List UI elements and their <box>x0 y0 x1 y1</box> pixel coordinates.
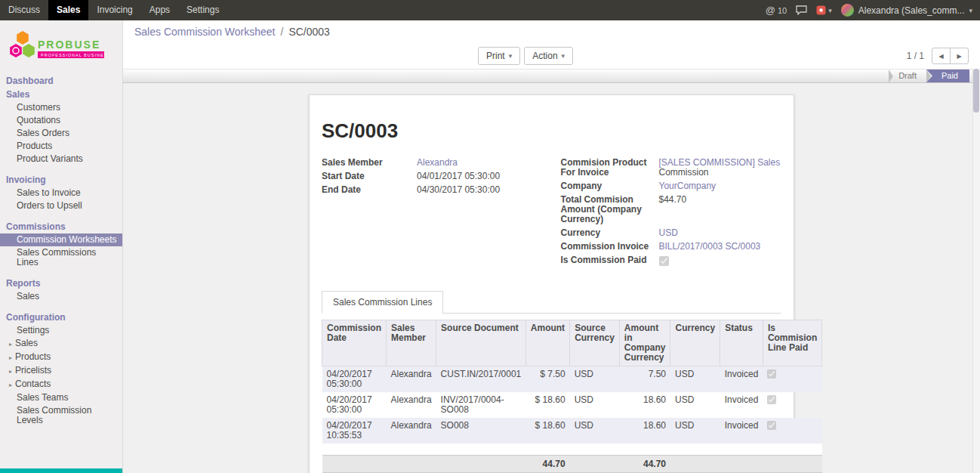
sidebar-item-sales-commission-levels[interactable]: Sales Commission Levels <box>0 404 122 427</box>
commission-product-value: [SALES COMMISSION] Sales Commission <box>659 158 782 178</box>
company-amount-total: 44.70 <box>619 455 670 472</box>
vertical-scrollbar[interactable] <box>972 69 980 473</box>
commission-invoice-label: Commission Invoice <box>561 242 653 252</box>
cell-status: Invoiced <box>720 366 763 393</box>
action-button[interactable]: Action ▾ <box>524 47 573 65</box>
totals-empty-cell <box>436 455 526 472</box>
sidebar-heading-dashboard[interactable]: Dashboard <box>0 74 122 88</box>
cell-company-amount: 18.60 <box>619 392 670 418</box>
menu-apps[interactable]: Apps <box>141 0 178 20</box>
is-commission-paid-checkbox[interactable] <box>659 256 669 266</box>
table-row[interactable]: 04/20/2017 05:30:00 Alexandra INV/2017/0… <box>322 392 822 418</box>
sidebar-heading-reports[interactable]: Reports <box>0 277 122 290</box>
company-link[interactable]: YourCompany <box>659 181 717 191</box>
col-header-source-document[interactable]: Source Document <box>436 320 526 366</box>
expand-icon: ▸ <box>9 354 12 361</box>
cell-line-paid <box>763 418 821 444</box>
caret-down-icon: ▾ <box>969 7 972 14</box>
table-row[interactable]: 04/20/2017 10:35:53 Alexandra SO008 $ 18… <box>322 418 822 444</box>
col-header-source-currency[interactable]: Source Currency <box>570 320 620 366</box>
sidebar-heading-commissions[interactable]: Commissions <box>0 220 122 233</box>
sidebar-item-settings[interactable]: Settings <box>0 324 122 337</box>
total-commission-value: $44.70 <box>659 195 782 205</box>
sidebar-heading-sales[interactable]: Sales <box>0 88 122 101</box>
menu-settings[interactable]: Settings <box>178 0 227 20</box>
sidebar-item-sales-teams[interactable]: Sales Teams <box>0 391 122 404</box>
col-header-amount[interactable]: Amount <box>525 320 569 366</box>
start-date-label: Start Date <box>322 172 411 181</box>
sidebar-heading-invoicing[interactable]: Invoicing <box>0 173 122 187</box>
commission-lines-table: Commission Date Sales Member Source Docu… <box>322 320 822 473</box>
cell-commission-date: 04/20/2017 10:35:53 <box>322 418 387 444</box>
status-paid[interactable]: Paid <box>926 70 969 82</box>
menu-sales[interactable]: Sales <box>48 0 88 20</box>
table-row[interactable]: 04/20/2017 05:30:00 Alexandra CUST.IN/20… <box>322 366 822 393</box>
mentions-button[interactable]: @ 10 <box>766 5 787 16</box>
next-page-button[interactable]: ▶ <box>950 48 969 64</box>
sidebar-item-orders-to-upsell[interactable]: Orders to Upsell <box>0 199 122 212</box>
previous-page-button[interactable]: ◀ <box>932 48 951 64</box>
sidebar-item-sales-orders[interactable]: Sales Orders <box>0 127 122 140</box>
sidebar-item-pricelists[interactable]: ▸Pricelists <box>0 364 122 378</box>
sales-member-link[interactable]: Alexandra <box>417 157 458 168</box>
is-commission-paid-label: Is Commission Paid <box>561 255 653 265</box>
commission-product-link[interactable]: [SALES COMMISSION] Sales <box>659 157 781 168</box>
cell-amount: $ 18.60 <box>525 392 569 418</box>
col-header-commission-date[interactable]: Commission Date <box>322 320 387 366</box>
probuse-logo[interactable]: PROBUSE PROFESSIONAL BUSINESS <box>0 20 122 70</box>
totals-row: 44.70 44.70 <box>322 455 822 472</box>
sidebar-item-products[interactable]: Products <box>0 140 122 153</box>
breadcrumb-parent-link[interactable]: Sales Commission Worksheet <box>134 26 275 38</box>
sidebar-item-reports-sales[interactable]: Sales <box>0 290 122 303</box>
cell-status: Invoiced <box>720 392 763 418</box>
sidebar-item-sales-to-invoice[interactable]: Sales to Invoice <box>0 187 122 199</box>
totals-empty-cell <box>570 455 620 472</box>
line-paid-checkbox[interactable] <box>767 421 776 430</box>
sidebar-item-commission-worksheets[interactable]: Commission Worksheets <box>0 233 122 246</box>
field-groups: Sales Member Alexandra Start Date 04/01/… <box>322 158 781 268</box>
print-button[interactable]: Print ▾ <box>478 47 520 65</box>
col-header-amount-company-currency[interactable]: Amount in Company Currency <box>619 320 670 366</box>
menu-discuss[interactable]: Discuss <box>0 0 48 20</box>
totals-empty-cell <box>670 455 720 472</box>
sidebar-item-contacts[interactable]: ▸Contacts <box>0 378 122 391</box>
currency-label: Currency <box>561 228 653 238</box>
col-header-currency[interactable]: Currency <box>670 320 720 366</box>
messages-button[interactable] <box>796 5 807 15</box>
pager-buttons: ◀ ▶ <box>932 48 969 64</box>
sales-member-label: Sales Member <box>322 158 411 168</box>
menu-invoicing[interactable]: Invoicing <box>88 0 140 20</box>
sidebar-item-product-variants[interactable]: Product Variants <box>0 153 122 165</box>
breadcrumb-current: SC/0003 <box>288 26 329 38</box>
commission-invoice-link[interactable]: BILL/2017/0003 SC/0003 <box>659 241 761 252</box>
user-menu[interactable]: Alexandra (Sales_comm... ▾ <box>841 4 972 17</box>
col-header-status[interactable]: Status <box>720 320 763 366</box>
field-group-right: Commision Product For Invoice [SALES COM… <box>561 158 782 268</box>
sidebar-item-label: Products <box>15 351 51 362</box>
activities-button[interactable]: ▾ <box>816 5 832 15</box>
commission-product-label: Commision Product For Invoice <box>561 158 653 178</box>
status-draft[interactable]: Draft <box>889 70 926 82</box>
pager-count: 1 / 1 <box>907 51 924 61</box>
line-paid-checkbox[interactable] <box>767 395 776 404</box>
action-label: Action <box>532 51 557 61</box>
col-header-is-commission-line-paid[interactable]: Is Commision Line Paid <box>763 320 821 366</box>
notebook: Sales Commission Lines Commission Date S… <box>322 291 781 473</box>
scrollbar-thumb[interactable] <box>973 69 979 113</box>
topbar-right: @ 10 ▾ Alexandra (Sales_comm... ▾ <box>766 0 980 20</box>
sidebar-item-sales-commissions-lines[interactable]: Sales Commissions Lines <box>0 246 122 269</box>
currency-link[interactable]: USD <box>659 227 678 238</box>
sidebar-item-customers[interactable]: Customers <box>0 101 122 114</box>
total-commission-label: Total Commision Amount (Company Currency… <box>561 195 653 224</box>
sidebar-item-quotations[interactable]: Quotations <box>0 114 122 127</box>
sidebar-heading-configuration[interactable]: Configuration <box>0 311 122 324</box>
col-header-sales-member[interactable]: Sales Member <box>387 320 436 366</box>
form-sheet: SC/0003 Sales Member Alexandra Start Dat… <box>309 94 794 473</box>
cell-line-paid <box>763 366 821 393</box>
totals-empty-cell <box>720 455 763 472</box>
sidebar-item-config-sales[interactable]: ▸Sales <box>0 337 122 351</box>
line-paid-checkbox[interactable] <box>767 369 776 379</box>
sidebar-item-config-products[interactable]: ▸Products <box>0 351 122 364</box>
tab-sales-commission-lines[interactable]: Sales Commission Lines <box>322 291 443 314</box>
cell-commission-date: 04/20/2017 05:30:00 <box>322 392 387 418</box>
